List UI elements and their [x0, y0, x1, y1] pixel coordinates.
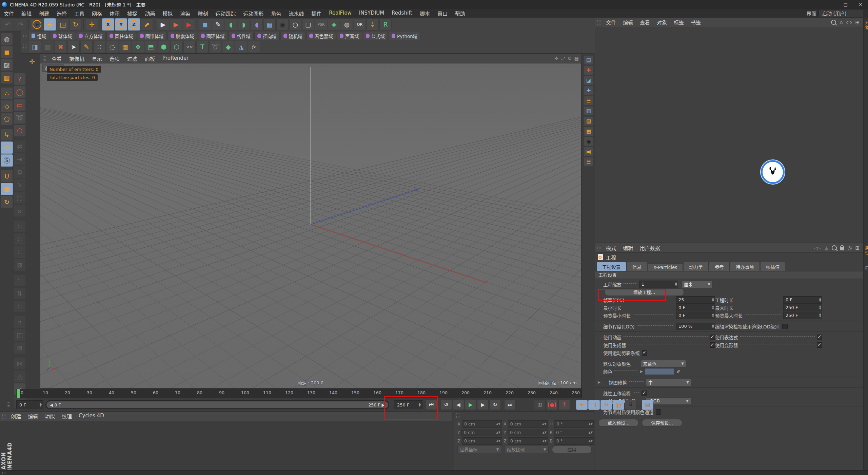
preview-min-field[interactable]: 0 F▲▼ — [676, 312, 715, 319]
redo-icon[interactable]: ↷ — [15, 18, 27, 31]
view-toggle-icon[interactable]: ▦ — [574, 56, 579, 61]
field-button-7[interactable]: 圆环体域 — [198, 32, 228, 40]
om-menu-6[interactable]: 书签 — [687, 19, 704, 26]
scale-tool-icon[interactable]: ◳ — [57, 18, 69, 31]
record-position-toggle[interactable]: ✛ — [576, 400, 588, 410]
attribute-tab-7[interactable]: 帧插值 — [760, 262, 786, 271]
save-preset-button[interactable]: 保存预设... — [642, 419, 682, 426]
objects-vertical-tab[interactable]: 对象 — [864, 20, 868, 30]
toolbar-grip[interactable] — [23, 33, 26, 39]
expand-arrow-icon[interactable]: ▶ — [598, 380, 603, 384]
move-duplicate-icon[interactable]: ⧉ — [14, 166, 26, 178]
coord-grip[interactable] — [456, 413, 459, 418]
main-menu-21[interactable]: 脚本 — [416, 10, 434, 17]
last-tool-icon[interactable]: ✛ — [86, 18, 98, 31]
viewport-menu-5[interactable]: 过滤 — [123, 55, 141, 62]
realflow-icon[interactable]: R — [379, 18, 392, 31]
main-menu-5[interactable]: 工具 — [71, 10, 88, 17]
slider-panel-1-icon[interactable]: ☰ — [584, 96, 593, 106]
dots-b-icon[interactable]: ∷ — [14, 233, 26, 245]
brush-select-icon[interactable]: ✎ — [80, 41, 93, 53]
main-menu-7[interactable]: 体积 — [106, 10, 123, 17]
main-menu-9[interactable]: 动画 — [141, 10, 159, 17]
field-button-14[interactable]: Python域 — [389, 32, 420, 40]
collapse-tool-icon[interactable]: △ — [14, 370, 26, 382]
lock-y-axis-icon[interactable]: Y — [115, 18, 127, 31]
live-selection-icon[interactable]: ➤ — [31, 18, 43, 31]
field-button-12[interactable]: 声音域 — [337, 32, 362, 40]
viewport-menu-6[interactable]: 面板 — [141, 55, 159, 62]
material-psr-icon[interactable]: ▢ — [302, 18, 314, 31]
timeline-ruler[interactable]: 0102030405060708090100110120130140150160… — [16, 389, 582, 398]
timeline-range-slider[interactable]: ◀ 0 F 250 F ▶ — [45, 400, 389, 409]
am-search-icon[interactable] — [832, 245, 837, 250]
viewport-grip[interactable] — [42, 56, 46, 61]
duration-field[interactable]: 0 F▲▼ — [783, 296, 822, 304]
layout-split-icon[interactable]: ▥ — [584, 106, 593, 116]
om-menu-2[interactable]: 编辑 — [619, 19, 636, 26]
material-menu-4[interactable]: 纹理 — [58, 413, 75, 420]
material-menu-1[interactable]: 创建 — [7, 413, 24, 420]
field-button-9[interactable]: 径向域 — [254, 32, 280, 40]
slide-tool-icon[interactable]: ⌀ — [14, 205, 26, 217]
am-menu-1[interactable]: 模式 — [603, 244, 619, 251]
unhide-icon[interactable]: ⊠ — [14, 342, 26, 354]
deformer-blue-icon[interactable]: ◮ — [235, 41, 247, 53]
play-button[interactable]: ▶ — [465, 400, 476, 410]
render-settings-icon[interactable]: ▶ — [183, 18, 195, 31]
fracture-icon[interactable]: ⬒ — [145, 41, 157, 53]
move-tool-icon[interactable]: ✛ — [44, 18, 56, 31]
main-menu-2[interactable]: 编辑 — [18, 10, 35, 17]
main-menu-10[interactable]: 模拟 — [159, 10, 176, 17]
split-tool-icon[interactable]: ⋈ — [14, 357, 26, 369]
main-menu-17[interactable]: 插件 — [308, 10, 325, 17]
new-panel-icon[interactable]: ⊞ — [855, 19, 860, 25]
attribute-tab-6[interactable]: 待办事项 — [730, 262, 760, 271]
orange-lines-icon[interactable]: ☰ — [584, 157, 593, 167]
orange-panel-icon[interactable]: ▣ — [584, 147, 593, 156]
enable-axis-icon[interactable]: ↳ — [1, 129, 13, 141]
texture-mode-icon[interactable]: ▨ — [1, 59, 13, 71]
main-menu-11[interactable]: 渲染 — [176, 10, 194, 17]
simulation-toggle-icon[interactable]: Ⓢ — [1, 154, 13, 167]
material-menu-2[interactable]: 编辑 — [24, 413, 41, 420]
mo-volume-icon[interactable]: ◆ — [222, 41, 234, 53]
attribute-tab-4[interactable]: 动力学 — [683, 262, 709, 271]
pos-x-field[interactable]: 0 cm▲▼ — [462, 420, 502, 428]
field-button-8[interactable]: 线性域 — [229, 32, 254, 40]
mospline-icon[interactable]: ➰ — [209, 41, 221, 53]
record-scale-toggle[interactable]: ◳ — [588, 400, 600, 410]
scale-unit-dropdown[interactable]: 厘米▼ — [682, 281, 713, 288]
minimize-button[interactable]: — — [823, 0, 838, 9]
goto-end-button[interactable]: ⏭ — [504, 400, 516, 410]
pos-z-field[interactable]: 0 cm▲▼ — [462, 437, 502, 445]
eye-icon[interactable]: ◯ — [846, 20, 852, 24]
main-menu-20[interactable]: Redshift — [388, 10, 416, 17]
record-parameter-toggle[interactable]: Ⓟ — [613, 400, 624, 410]
edges-mode-icon[interactable]: ◇ — [1, 100, 13, 112]
weld-tool-icon[interactable]: ⊠ — [14, 259, 26, 271]
model-mode-icon[interactable]: ◼ — [1, 46, 13, 58]
timeline-range-fill[interactable]: ◀ 0 F 250 F ▶ — [46, 401, 388, 408]
scale-duplicate-icon[interactable]: ⇲ — [14, 179, 26, 191]
use-animation-checkbox[interactable] — [710, 335, 715, 340]
am-new-panel-icon[interactable]: ⊞ — [855, 245, 860, 251]
field-button-5[interactable]: 圆锥体域 — [137, 32, 167, 40]
field-button-3[interactable]: 立方体域 — [76, 32, 106, 40]
swap-red-blue-1-icon[interactable]: ✚ — [584, 65, 593, 75]
point-select-icon[interactable]: ➤ — [67, 41, 80, 53]
main-menu-22[interactable]: 窗口 — [434, 10, 451, 17]
use-expressions-checkbox[interactable] — [817, 335, 822, 340]
am-menu-2[interactable]: 编辑 — [619, 244, 636, 251]
max-field[interactable]: 250 F▲▼ — [783, 304, 822, 311]
am-grip[interactable] — [597, 245, 600, 251]
camera-black-icon[interactable]: ◉ — [584, 137, 593, 146]
main-menu-4[interactable]: 选择 — [53, 10, 71, 17]
field-button-2[interactable]: 球体域 — [50, 32, 75, 40]
material-menu-5[interactable]: Cycles 4D — [75, 413, 107, 420]
render-region-icon[interactable]: ▶ — [170, 18, 182, 31]
main-menu-13[interactable]: 运动跟踪 — [212, 10, 239, 17]
polygons-mode-icon[interactable]: ⬠ — [1, 113, 13, 125]
play-reverse-button[interactable]: ↺ — [440, 400, 452, 410]
rectangle-selection-icon[interactable]: ▭ — [14, 99, 26, 111]
